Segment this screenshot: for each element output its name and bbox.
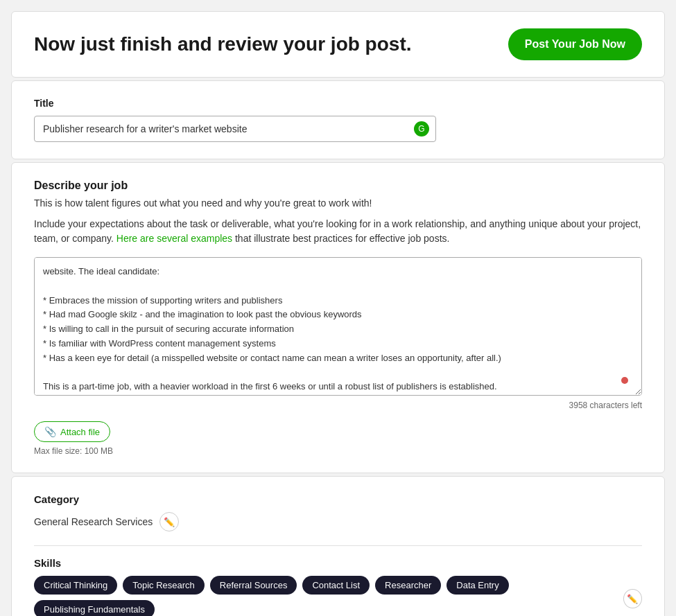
category-row: General Research Services ✏️	[34, 512, 642, 531]
skill-tag: Data Entry	[447, 576, 508, 595]
skill-tag: Topic Research	[123, 576, 205, 595]
post-job-button[interactable]: Post Your Job Now	[508, 28, 642, 60]
describe-heading: Describe your job	[34, 179, 642, 192]
title-section: Title G	[11, 80, 665, 159]
char-count: 3958 characters left	[34, 401, 642, 410]
examples-link[interactable]: Here are several examples	[116, 233, 232, 244]
skill-tag: Contact List	[302, 576, 370, 595]
page-title: Now just finish and review your job post…	[34, 33, 412, 56]
attach-file-button[interactable]: 📎 Attach file	[34, 421, 110, 442]
skill-tag: Publishing Fundamentals	[34, 600, 155, 616]
paperclip-icon: 📎	[44, 426, 56, 437]
describe-subtext: This is how talent figures out what you …	[34, 197, 642, 209]
pencil-icon: ✏️	[164, 517, 175, 527]
category-edit-button[interactable]: ✏️	[159, 512, 179, 531]
header-card: Now just finish and review your job post…	[11, 11, 665, 78]
meta-section: Category General Research Services ✏️ Sk…	[11, 476, 665, 616]
skills-edit-button[interactable]: ✏️	[623, 589, 642, 608]
red-dot-indicator	[621, 377, 628, 384]
category-value: General Research Services	[34, 516, 153, 527]
category-heading: Category	[34, 493, 642, 505]
describe-section: Describe your job This is how talent fig…	[11, 162, 665, 473]
skills-list: Critical ThinkingTopic ResearchReferral …	[34, 576, 616, 616]
title-input[interactable]	[34, 116, 436, 142]
skill-tag: Critical Thinking	[34, 576, 117, 595]
skill-tag: Researcher	[375, 576, 441, 595]
title-input-wrapper: G	[34, 116, 642, 142]
skills-heading: Skills	[34, 557, 642, 569]
skill-tag: Referral Sources	[210, 576, 297, 595]
skills-row-wrapper: Critical ThinkingTopic ResearchReferral …	[34, 576, 642, 616]
describe-detail: Include your expectations about the task…	[34, 217, 642, 246]
max-file-size-label: Max file size: 100 MB	[34, 446, 642, 456]
grammarly-icon: G	[414, 121, 429, 137]
divider	[34, 545, 642, 546]
job-description-textarea[interactable]	[34, 257, 642, 396]
pencil-icon: ✏️	[627, 594, 638, 604]
title-label: Title	[34, 98, 642, 109]
